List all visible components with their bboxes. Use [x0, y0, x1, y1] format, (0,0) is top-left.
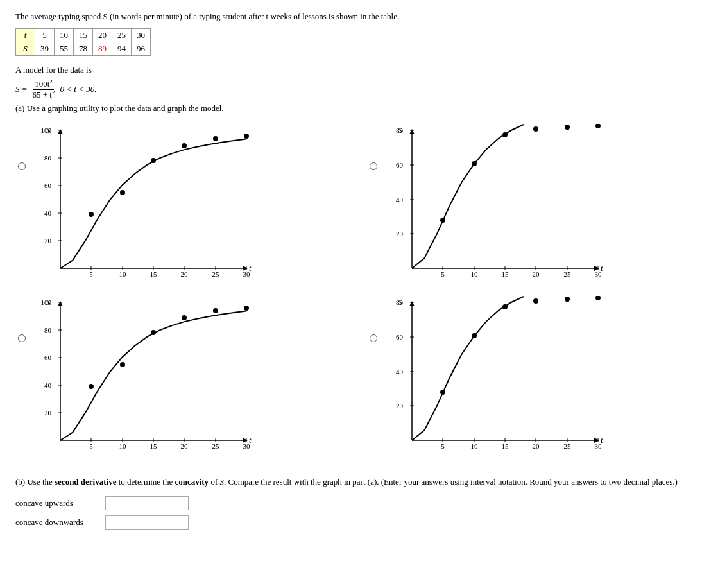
- svg-point-96: [151, 330, 156, 335]
- svg-text:25: 25: [212, 270, 220, 278]
- part-a-instruction: Use a graphing utility to plot the data …: [27, 103, 224, 113]
- svg-text:40: 40: [396, 196, 404, 203]
- svg-text:40: 40: [44, 209, 52, 217]
- svg-marker-3: [58, 129, 63, 134]
- concave-downwards-input[interactable]: [105, 515, 189, 530]
- concave-downwards-label: concave downwards: [15, 517, 99, 528]
- graph-bottom-left-svg: S t 20 40 60 80 100 5: [28, 296, 259, 463]
- svg-point-31: [182, 143, 187, 148]
- table-t1: 5: [35, 29, 55, 42]
- svg-text:60: 60: [396, 333, 404, 341]
- svg-text:80: 80: [396, 298, 404, 306]
- svg-point-61: [472, 161, 477, 166]
- svg-text:15: 15: [150, 270, 158, 278]
- svg-point-99: [244, 306, 249, 311]
- svg-text:60: 60: [44, 182, 52, 189]
- svg-text:10: 10: [470, 270, 478, 278]
- concave-downwards-row: concave downwards: [15, 515, 712, 530]
- svg-point-28: [89, 212, 94, 217]
- graph-top-left-radio[interactable]: [18, 162, 26, 170]
- svg-marker-37: [409, 129, 415, 134]
- table-s3: 78: [74, 42, 93, 56]
- svg-point-129: [533, 298, 538, 304]
- table-s1: 39: [35, 42, 55, 56]
- part-b-label: (b): [15, 477, 27, 487]
- svg-text:20: 20: [532, 442, 540, 450]
- svg-text:20: 20: [396, 230, 404, 238]
- graph-bottom-right-wrapper: S t 20 40 60 80 5 10: [367, 293, 712, 465]
- part-b-text: (b) Use the second derivative to determi…: [15, 476, 712, 489]
- svg-marker-69: [58, 301, 63, 306]
- table-t4: 20: [93, 29, 112, 42]
- graph-bottom-right-area: S t 20 40 60 80 5 10: [380, 296, 710, 463]
- concavity-emphasis: concavity: [175, 477, 209, 487]
- svg-text:10: 10: [119, 442, 127, 450]
- svg-text:15: 15: [501, 442, 509, 450]
- formula-constraint: 0 < t < 30.: [60, 84, 96, 94]
- svg-text:10: 10: [119, 270, 127, 278]
- graphs-container: S t 20 40 60 80: [15, 121, 712, 465]
- table-s6: 96: [132, 42, 151, 56]
- svg-text:100: 100: [41, 298, 52, 306]
- model-text: A model for the data is: [15, 65, 712, 75]
- svg-text:25: 25: [563, 442, 571, 450]
- table-t-label: t: [16, 29, 35, 42]
- svg-point-98: [213, 308, 218, 313]
- svg-text:15: 15: [150, 442, 158, 450]
- graph-bottom-left-wrapper: S t 20 40 60 80 100 5: [15, 293, 361, 465]
- intro-text: The average typing speed S (in words per…: [15, 12, 712, 22]
- part-a-text: (a) Use a graphing utility to plot the d…: [15, 103, 712, 114]
- svg-text:80: 80: [396, 126, 404, 134]
- svg-text:20: 20: [181, 442, 189, 450]
- svg-text:5: 5: [441, 270, 445, 278]
- graph-top-left-svg: S t 20 40 60 80: [28, 124, 259, 291]
- svg-text:60: 60: [396, 161, 404, 169]
- table-t6: 30: [132, 29, 151, 42]
- svg-point-30: [151, 158, 156, 163]
- concave-upwards-label: concave upwards: [15, 498, 99, 508]
- table-s2: 55: [55, 42, 74, 56]
- concave-upwards-input[interactable]: [105, 496, 189, 510]
- svg-point-33: [244, 134, 249, 139]
- part-b-instruction: Use the second derivative to determine t…: [27, 477, 677, 487]
- concave-upwards-row: concave upwards: [15, 496, 712, 510]
- svg-text:60: 60: [44, 354, 52, 361]
- graph-top-right-svg: S t 20 40 60 80 5: [380, 124, 611, 291]
- svg-point-29: [120, 190, 125, 195]
- graph-bottom-right-svg: S t 20 40 60 80 5 10: [380, 296, 611, 463]
- svg-text:20: 20: [532, 270, 540, 278]
- table-t3: 15: [74, 29, 93, 42]
- graph-top-right-area: S t 20 40 60 80 5: [380, 124, 710, 291]
- svg-text:10: 10: [470, 442, 478, 450]
- svg-text:30: 30: [243, 442, 251, 450]
- svg-point-130: [565, 297, 570, 302]
- graph-top-right-wrapper: S t 20 40 60 80 5: [367, 121, 712, 293]
- svg-text:5: 5: [441, 442, 445, 450]
- graph-top-right-radio[interactable]: [370, 162, 377, 170]
- svg-point-95: [120, 362, 125, 367]
- svg-point-128: [502, 304, 508, 309]
- graph-bottom-left-area: S t 20 40 60 80 100 5: [28, 296, 358, 463]
- formula-denominator: 65 + t2: [31, 90, 56, 100]
- table-s4: 89: [93, 42, 112, 56]
- graph-bottom-right-radio[interactable]: [370, 334, 377, 342]
- formula-line: S = 100t2 65 + t2 0 < t < 30.: [15, 79, 712, 99]
- svg-text:20: 20: [181, 270, 189, 278]
- svg-text:30: 30: [594, 270, 602, 278]
- graph-bottom-left-radio[interactable]: [18, 334, 26, 342]
- data-table: t 5 10 15 20 25 30 S 39 55 78 89 94 96: [15, 28, 151, 56]
- formula-fraction: 100t2 65 + t2: [31, 79, 56, 99]
- svg-text:20: 20: [396, 402, 404, 410]
- svg-text:40: 40: [396, 368, 404, 376]
- svg-marker-103: [409, 301, 415, 306]
- svg-point-65: [595, 124, 601, 128]
- svg-point-64: [565, 125, 570, 130]
- table-s-label: S: [16, 42, 35, 56]
- svg-text:15: 15: [501, 270, 509, 278]
- table-t5: 25: [112, 29, 132, 42]
- table-t2: 10: [55, 29, 74, 42]
- svg-point-63: [533, 126, 538, 132]
- svg-text:20: 20: [44, 237, 52, 245]
- part-a-label: (a): [15, 103, 24, 113]
- svg-text:25: 25: [212, 442, 220, 450]
